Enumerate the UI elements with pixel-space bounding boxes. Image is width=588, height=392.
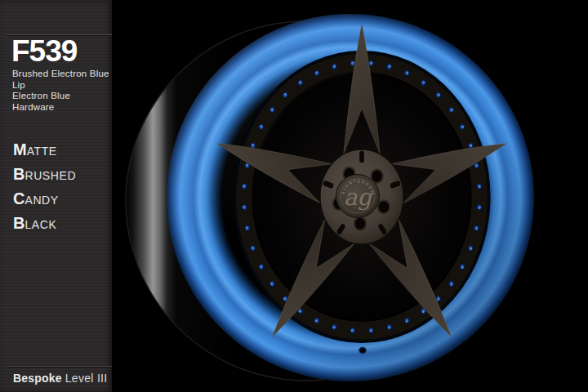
center-cap: AVANTGARDE ag — [336, 175, 380, 218]
finish-option-candy: CANDY — [13, 186, 76, 211]
finish-option-matte: MATTE — [13, 137, 76, 162]
ag-logo: ag — [344, 184, 375, 211]
model-name: F539 — [11, 36, 77, 66]
bottom-divider — [7, 366, 112, 367]
finish-line: Lip — [12, 80, 112, 91]
info-panel: F539 Brushed Electron Blue Lip Electron … — [0, 0, 112, 392]
product-showcase: AVANTGARDE ag F539 Brushed Electron Blue… — [0, 0, 588, 392]
finish-options-list: MATTE BRUSHED CANDY BLACK — [13, 137, 76, 235]
finish-option-black: BLACK — [13, 211, 76, 235]
valve-hole — [359, 347, 366, 353]
finish-option-brushed: BRUSHED — [13, 162, 76, 186]
finish-line: Brushed Electron Blue — [12, 69, 112, 80]
finish-line: Electron Blue Hardware — [12, 91, 112, 113]
bespoke-level: BespokeLevel III — [13, 372, 108, 385]
finish-description: Brushed Electron Blue Lip Electron Blue … — [12, 69, 112, 113]
